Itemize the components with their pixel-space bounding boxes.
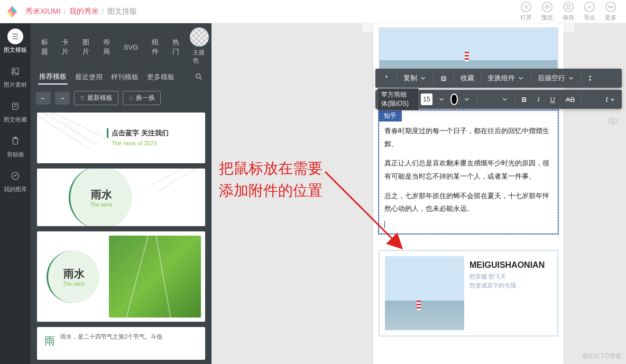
- rail-clipboard[interactable]: 剪贴板: [0, 131, 31, 161]
- clear-format-icon[interactable]: [583, 94, 601, 105]
- grass-image: [109, 236, 201, 318]
- text-style-icon[interactable]: t+: [601, 92, 620, 106]
- text-toolbar: 苹方简细体(限iOS) 15 B I U AB t+: [375, 90, 622, 109]
- logo: [4, 4, 20, 20]
- card-title: 雨: [44, 332, 55, 349]
- color-picker[interactable]: [450, 94, 458, 105]
- underline-button[interactable]: U: [545, 94, 560, 106]
- arrow-annotation: [323, 169, 418, 259]
- annotation-text: 把鼠标放在需要 添加附件的位置: [219, 157, 323, 202]
- svg-point-15: [196, 73, 200, 78]
- template-card[interactable]: 雨水The rains: [37, 231, 205, 322]
- breadcrumb: 秀米XIUMI / 我的秀米 / 图文排版: [25, 7, 137, 16]
- template-card[interactable]: 雨水The rains: [37, 169, 205, 226]
- selection-toolbar: 复制 收藏 变换组件 后插空行: [375, 69, 622, 88]
- card-text: 雨水，是二十四节气之第2个节气。斗指: [60, 332, 162, 342]
- section-label: 知乎: [379, 110, 402, 122]
- font-select[interactable]: 苹方简细体(限iOS): [378, 88, 419, 110]
- search-icon[interactable]: [194, 70, 204, 85]
- svg-point-3: [564, 2, 573, 12]
- block-title: MEIGUISHAONIAN: [470, 260, 552, 270]
- subtab-sample[interactable]: 样刊模板: [110, 70, 140, 84]
- rail-templates[interactable]: 图文模板: [0, 26, 31, 56]
- preview-button[interactable]: 预览: [541, 1, 553, 22]
- shuffle-button[interactable]: 换一换: [123, 91, 161, 105]
- subtab-recommend[interactable]: 推荐模板: [38, 70, 68, 85]
- svg-point-8: [612, 6, 613, 7]
- more-button[interactable]: 更多: [605, 1, 616, 22]
- save-button[interactable]: 保存: [563, 1, 574, 22]
- block-sub: 想变成造字的仓颉: [470, 281, 552, 290]
- subtab-recent[interactable]: 最近使用: [74, 70, 104, 84]
- subtab-more[interactable]: 更多模板: [146, 70, 176, 84]
- copy-button[interactable]: 复制: [398, 71, 432, 85]
- crumb-current: 图文排版: [107, 7, 137, 16]
- card-sub: The rains: [90, 202, 113, 208]
- align-dropdown[interactable]: [496, 94, 514, 105]
- rail-collect[interactable]: 图文收藏: [0, 96, 31, 126]
- align-icon[interactable]: [478, 94, 496, 105]
- svg-point-2: [546, 5, 549, 8]
- tab-card[interactable]: 卡片: [59, 35, 72, 59]
- block-sub: 想穿越 想飞天: [470, 272, 552, 281]
- tab-hot[interactable]: 热门: [169, 35, 182, 59]
- svg-line-19: [325, 172, 402, 248]
- paragraph[interactable]: 青春时期度过的每一个日子，都在往后的回忆中熠熠生辉。: [379, 122, 558, 154]
- strike-button[interactable]: AB: [560, 94, 580, 106]
- card-title: 雨水: [91, 188, 112, 202]
- next-button[interactable]: →: [55, 92, 70, 105]
- open-button[interactable]: 打开: [520, 1, 532, 22]
- collect-button[interactable]: 收藏: [455, 71, 480, 85]
- theme-color-button[interactable]: 主题色: [190, 27, 209, 67]
- svg-point-17: [589, 79, 591, 81]
- svg-point-7: [610, 6, 611, 7]
- color-dropdown[interactable]: [458, 94, 476, 105]
- tab-svg[interactable]: SVG: [121, 41, 141, 53]
- rail-assets[interactable]: 图片素材: [0, 61, 31, 91]
- template-card[interactable]: 点击蓝字 关注我们The rains of 2023: [37, 113, 205, 163]
- sea-image: [385, 256, 464, 330]
- tab-layout[interactable]: 布局: [100, 35, 113, 59]
- crumb-brand[interactable]: 秀米XIUMI: [25, 7, 61, 16]
- tab-image[interactable]: 图片: [79, 35, 93, 59]
- card-title: 雨水: [63, 267, 85, 281]
- export-button[interactable]: 导出: [584, 1, 595, 22]
- svg-point-1: [542, 2, 552, 12]
- svg-point-6: [608, 6, 609, 7]
- card-sub: The rains: [63, 281, 85, 287]
- delete-icon[interactable]: [435, 72, 453, 84]
- watermark: @51CTO博客: [582, 352, 622, 361]
- svg-point-0: [521, 2, 531, 12]
- tab-component[interactable]: 组件: [149, 35, 162, 59]
- svg-point-16: [589, 76, 591, 78]
- pin-icon[interactable]: [378, 72, 395, 84]
- tab-title[interactable]: 标题: [38, 35, 51, 59]
- svg-point-18: [611, 119, 614, 123]
- latest-button[interactable]: 最新模板: [74, 91, 118, 105]
- bold-button[interactable]: B: [517, 94, 532, 106]
- template-card[interactable]: 雨 雨水，是二十四节气之第2个节气。斗指: [37, 327, 205, 360]
- svg-point-10: [13, 69, 15, 71]
- insert-blank-button[interactable]: 后插空行: [532, 71, 580, 85]
- font-size-input[interactable]: 15: [421, 94, 432, 105]
- italic-button[interactable]: I: [532, 93, 545, 106]
- scissors-icon[interactable]: [583, 72, 601, 84]
- eye-icon[interactable]: [607, 115, 619, 129]
- rail-mylib[interactable]: 我的图库: [0, 166, 31, 195]
- size-dropdown[interactable]: [432, 94, 450, 105]
- crumb-mine[interactable]: 我的秀米: [69, 7, 99, 16]
- prev-button[interactable]: ←: [36, 92, 51, 105]
- convert-button[interactable]: 变换组件: [482, 71, 530, 85]
